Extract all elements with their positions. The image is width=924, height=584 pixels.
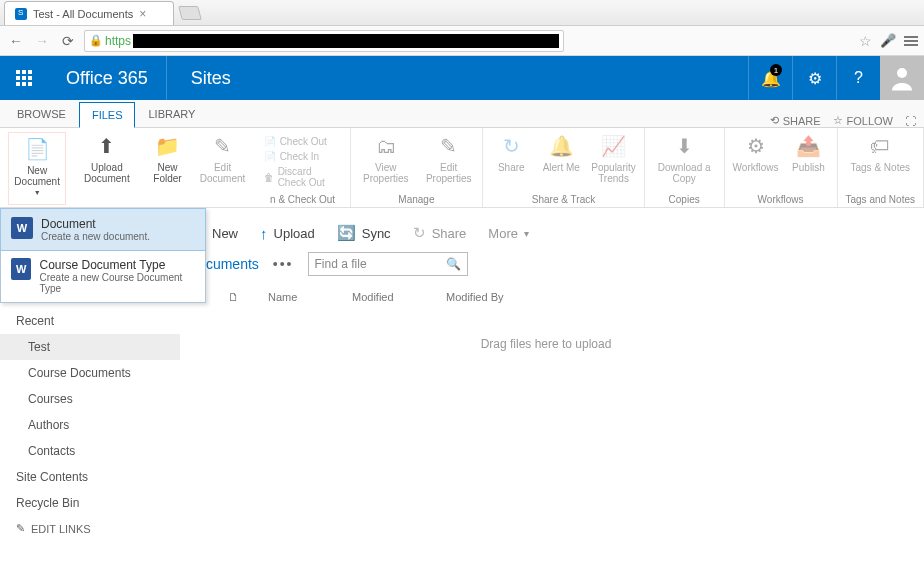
new-folder-button[interactable]: 📁 New Folder	[147, 132, 187, 205]
nav-site-contents[interactable]: Site Contents	[0, 464, 180, 490]
nav-courses[interactable]: Courses	[0, 386, 180, 412]
browser-tab[interactable]: Test - All Documents ×	[4, 1, 174, 25]
publish-button[interactable]: 📤Publish	[789, 132, 829, 192]
col-modified[interactable]: Modified	[352, 291, 422, 303]
nav-test[interactable]: Test	[0, 334, 180, 360]
col-name[interactable]: Name	[268, 291, 328, 303]
dropdown-subtitle: Create a new Course Document Type	[39, 272, 195, 294]
tab-library[interactable]: LIBRARY	[135, 101, 208, 127]
upload-icon: ⬆	[93, 132, 121, 160]
new-document-dropdown: W Document Create a new document. W Cour…	[0, 208, 206, 303]
url-redacted	[133, 34, 559, 48]
new-document-button[interactable]: 📄 New Document ▼	[8, 132, 66, 205]
group-workflows-label: Workflows	[758, 192, 804, 205]
reload-button[interactable]: ⟳	[58, 31, 78, 51]
new-document-icon: 📄	[23, 135, 51, 163]
more-button[interactable]: More ▾	[488, 226, 529, 241]
popularity-trends-button[interactable]: 📈Popularity Trends	[591, 132, 635, 192]
edit-icon: ✎	[209, 132, 237, 160]
lock-icon: 🔒	[89, 34, 103, 47]
address-bar[interactable]: 🔒 https	[84, 30, 564, 52]
edit-document-button[interactable]: ✎ Edit Document	[197, 132, 247, 205]
drop-zone[interactable]: Drag files here to upload	[188, 307, 904, 381]
bell-icon: 🔔	[547, 132, 575, 160]
search-placeholder: Find a file	[315, 257, 367, 271]
settings-button[interactable]: ⚙	[792, 56, 836, 100]
new-tab-button[interactable]	[178, 6, 202, 20]
back-button[interactable]: ←	[6, 31, 26, 51]
https-label: https	[105, 34, 131, 48]
bookmark-icon[interactable]: ☆	[859, 33, 872, 49]
upload-document-button[interactable]: ⬆ Upload Document	[76, 132, 137, 205]
notification-badge: 1	[770, 64, 782, 76]
word-icon: W	[11, 217, 33, 239]
download-copy-button[interactable]: ⬇Download a Copy	[653, 132, 716, 192]
view-properties-button[interactable]: 🗂View Properties	[359, 132, 414, 192]
chevron-down-icon: ▼	[34, 189, 41, 197]
group-share-label: Share & Track	[532, 192, 595, 205]
more-options-icon[interactable]: •••	[273, 256, 294, 272]
dropdown-item-course-document[interactable]: W Course Document Type Create a new Cour…	[1, 250, 205, 302]
browser-menu-icon[interactable]	[904, 36, 918, 46]
upload-icon: ↑	[260, 225, 268, 242]
share-page-button[interactable]: ⟲ SHARE	[770, 114, 821, 127]
close-tab-icon[interactable]: ×	[139, 7, 146, 21]
discard-check-out-button[interactable]: 🗑 Discard Check Out	[264, 166, 342, 188]
nav-recycle-bin[interactable]: Recycle Bin	[0, 490, 180, 516]
focus-content-icon[interactable]: ⛶	[905, 115, 916, 127]
group-manage-label: Manage	[398, 192, 434, 205]
tags-icon: 🏷	[866, 132, 894, 160]
dropdown-subtitle: Create a new document.	[41, 231, 150, 242]
nav-recent[interactable]: Recent	[0, 308, 180, 334]
publish-icon: 📤	[795, 132, 823, 160]
nav-contacts[interactable]: Contacts	[0, 438, 180, 464]
edit-properties-button[interactable]: ✎Edit Properties	[423, 132, 474, 192]
site-label[interactable]: Sites	[166, 56, 255, 100]
tab-files[interactable]: FILES	[79, 102, 136, 128]
group-tags-label: Tags and Notes	[846, 192, 916, 205]
sync-button[interactable]: 🔄 Sync	[337, 224, 391, 242]
search-icon[interactable]: 🔍	[446, 257, 461, 271]
svg-point-0	[897, 68, 907, 78]
col-modified-by[interactable]: Modified By	[446, 291, 503, 303]
workflow-icon: ⚙	[742, 132, 770, 160]
properties-icon: 🗂	[372, 132, 400, 160]
help-button[interactable]: ?	[836, 56, 880, 100]
share-button[interactable]: ↻ Share	[413, 224, 467, 242]
share-item-button[interactable]: ↻Share	[491, 132, 531, 192]
extension-icon[interactable]: 🎤	[880, 33, 896, 48]
user-avatar[interactable]	[880, 56, 924, 100]
group-checkout-label: n & Check Out	[270, 192, 335, 205]
dropdown-item-document[interactable]: W Document Create a new document.	[0, 208, 206, 251]
sharepoint-favicon	[15, 8, 27, 20]
share-icon: ↻	[413, 224, 426, 242]
app-launcher-icon[interactable]	[0, 56, 48, 100]
upload-button[interactable]: ↑ Upload	[260, 225, 315, 242]
download-icon: ⬇	[670, 132, 698, 160]
folder-icon: 📁	[153, 132, 181, 160]
type-icon: 🗋	[228, 291, 244, 303]
check-in-button[interactable]: 📄 Check In	[264, 151, 342, 162]
help-icon: ?	[854, 69, 863, 87]
search-input[interactable]: Find a file 🔍	[308, 252, 468, 276]
workflows-button[interactable]: ⚙Workflows	[733, 132, 779, 192]
dropdown-title: Course Document Type	[39, 258, 195, 272]
gear-icon: ⚙	[808, 69, 822, 88]
follow-button[interactable]: ☆ FOLLOW	[833, 114, 893, 127]
pencil-icon: ✎	[16, 522, 25, 535]
forward-button[interactable]: →	[32, 31, 52, 51]
nav-edit-links[interactable]: ✎ EDIT LINKS	[0, 516, 180, 541]
word-icon: W	[11, 258, 31, 280]
tags-notes-button[interactable]: 🏷Tags & Notes	[851, 132, 910, 192]
tab-browse[interactable]: BROWSE	[4, 101, 79, 127]
nav-course-documents[interactable]: Course Documents	[0, 360, 180, 386]
alert-me-button[interactable]: 🔔Alert Me	[541, 132, 581, 192]
tab-title: Test - All Documents	[33, 8, 133, 20]
notifications-button[interactable]: 🔔 1	[748, 56, 792, 100]
check-out-button[interactable]: 📄 Check Out	[264, 136, 342, 147]
edit-properties-icon: ✎	[435, 132, 463, 160]
list-header: ✓ 🗋 Name Modified Modified By	[188, 286, 904, 307]
dropdown-title: Document	[41, 217, 150, 231]
nav-authors[interactable]: Authors	[0, 412, 180, 438]
brand-label[interactable]: Office 365	[48, 56, 166, 100]
